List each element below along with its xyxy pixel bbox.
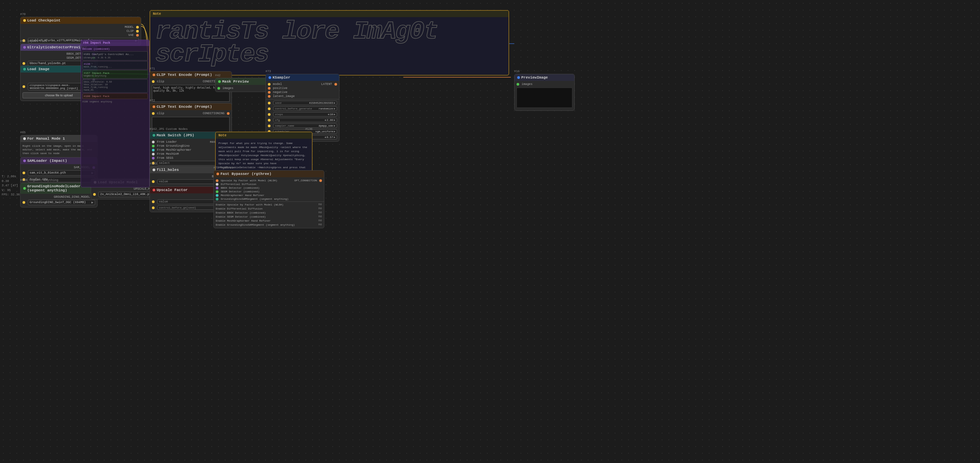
fast-bypasser-grounding-row: GroundingDinoSAMSegment (segment anythin… [214, 197, 324, 201]
fast-bypasser-sep [214, 201, 324, 202]
ksampler-steps-input[interactable]: steps ◀ 10 ▶ [273, 112, 337, 116]
fast-bypasser-mesh-label: MeshGraphormer Hand Refiner [221, 194, 264, 197]
sam-loader-title: SAMLoader (Impact) [27, 159, 67, 163]
ksampler-cfg-input[interactable]: cfg ◀ 2.00 ▶ [273, 118, 337, 122]
clip-encode-pos-wrapper: #71 CLIP Text Encode (Prompt) clip CONDI… [150, 67, 155, 71]
fast-bypasser-toggle-6-val: no [318, 223, 322, 226]
mask-preview-wrapper: #42 Mask Preview images [215, 74, 221, 78]
impact-pack-subnode5-title: #190 Impact Pack [84, 95, 146, 98]
fast-bypasser-mesh-port [216, 194, 218, 197]
fast-bypasser-upscale-row: Upscale by Factor with Model (WLSH) OPT_… [214, 179, 324, 182]
mask-switch-dot [153, 134, 155, 136]
fast-bypasser-upscale-port [216, 179, 218, 182]
preview-image-dot [517, 76, 520, 79]
mask-switch-from-meshsam-label: From MeshSAM [157, 152, 179, 156]
ultralytics-dot [23, 46, 26, 49]
ksampler-neg-port [268, 91, 270, 94]
for-manual-id: #65 [20, 131, 25, 134]
load-checkpoint-title: Load Checkpoint [27, 19, 60, 22]
preview-image-images-label: images [522, 82, 532, 86]
fast-bypasser-bbox-label: BBOX Detector (combined) [221, 186, 259, 189]
ksampler-sampler-val: dpmpp_sde [318, 124, 333, 127]
fast-bypasser-toggle-4-val: no [318, 215, 322, 218]
ksampler-seed-val: 415045261391593 [309, 101, 333, 105]
preview-image-wrapper: #16 PreviewImage images [514, 70, 520, 74]
for-manual-wrapper: #65 For Manual Mode 1 Right click on the… [20, 131, 25, 135]
mask-preview-images-port [218, 87, 220, 90]
ksampler-control-port [268, 108, 270, 110]
grounding-dino-model-value: GroundingDINO_SwinT_OGC (694MB) [30, 201, 91, 204]
load-image-title: Load Image [27, 67, 49, 71]
fast-bypasser-toggle-1-val: no [318, 203, 322, 206]
ksampler-denoise-left: ◀ [324, 136, 326, 139]
note-main-body: rantisTs lore ImAg0t scrIptes [150, 17, 509, 69]
upscale-factor-label: value [159, 200, 168, 203]
ksampler-cfg-lbl: cfg [275, 119, 280, 122]
fast-bypasser-upscale-label: Upscale by Factor with Model (WLSH) [221, 179, 277, 182]
impact-pack-subnode2-title: #130 [84, 62, 146, 65]
fast-bypasser-toggle-4-label: Enable SEGM Detector (combined) [216, 215, 266, 218]
stat-v3: V: 95 [2, 189, 20, 193]
mask-preview-id: #42 [215, 74, 221, 77]
ksampler-control-val: randomize [318, 107, 333, 110]
impact-pack-subnode1-title: #161 ComfyUI's ControlNet As... [84, 53, 146, 56]
ksampler-steps-left: ◀ [328, 113, 329, 116]
ksampler-steps-lbl: steps [275, 113, 283, 116]
impact-pack-subnode4: bbox_threshold: 0.50 bbox_dilation: 10 m… [82, 79, 148, 93]
preview-image-body: images [514, 81, 574, 111]
impact-pack-subnode3-title: #167 Impact Pack [84, 71, 146, 75]
impact-pack-body: Decode (combined) #161 ComfyUI's Control… [81, 46, 149, 105]
load-image-dot [23, 68, 26, 70]
fast-bypasser-grounding-label: GroundingDinoSAMSegment (segment anythin… [221, 197, 289, 200]
fast-bypasser-toggle-1: Enable Upscale by Factor with Model (WLS… [214, 203, 324, 206]
ksampler-pos-label: positive [273, 87, 287, 90]
ksampler-neg-row: negative [266, 90, 339, 94]
load-image-filepath-text: clipspace/clipspace-mask-903936739.90000… [30, 84, 78, 90]
fill-holes-dot [153, 168, 155, 171]
clip-encode-neg-clip-label: clip [157, 112, 164, 115]
clip-encode-neg-header: CLIP Text Encode (Prompt) [150, 103, 232, 110]
preview-image-preview-area [517, 88, 572, 108]
ultralytics-title: UltralyticsDetectorProvider [27, 45, 87, 49]
ksampler-scheduler-val: sgm_uniform [315, 130, 333, 133]
ksampler-seed-input[interactable]: seed 415045261391593 ▶ [273, 101, 337, 105]
impact-pack-header: #94 Impact Pack [81, 40, 149, 46]
impact-pack-subnode3-content: segment anything [84, 75, 146, 77]
ksampler-sampler-lbl: sampler_name [275, 124, 294, 127]
grounding-dino-model-input[interactable]: GroundingDINO_SwinT_OGC (694MB) ▶ [28, 200, 95, 205]
fast-bypasser-diffdiff-row: Differential Diffusion [214, 182, 324, 186]
load-image-file-port [22, 85, 25, 88]
impact-pack-values: bbox_threshold: 0.50 bbox_dilation: 10 m… [84, 81, 146, 91]
load-checkpoint-clip-port [136, 30, 139, 33]
mask-switch-from-meshsam-port [152, 153, 154, 155]
grounding-dino-body: GROUNDING_DINO_MODEL GroundingDINO_SwinT… [21, 194, 97, 207]
ksampler-output-port [334, 83, 337, 86]
ksampler-cfg-val: 2.00 [327, 119, 333, 122]
mask-switch-from-segs-label: From SEGS [157, 157, 173, 160]
note-main: Note rantisTs lore ImAg0t scrIptes [150, 10, 509, 76]
note-secondary-title: Note [218, 134, 226, 137]
stat-t: T: 2.00s [2, 174, 20, 179]
stat-v1: 0.38 [2, 179, 20, 184]
load-checkpoint-id: #70 [20, 13, 25, 16]
ksampler-dot [269, 76, 271, 79]
load-checkpoint-header: Load Checkpoint [21, 17, 141, 24]
impact-pack-val3: mask_from_running [84, 86, 146, 89]
ksampler-control-lbl: control_before_generate [275, 107, 312, 110]
fast-bypasser-toggle-5: Enable MeshGraphormer Hand Refiner no [214, 219, 324, 223]
note-main-header: Note [150, 11, 509, 17]
fill-holes-id: #193 [150, 162, 157, 165]
ksampler-wrapper: #73 KSampler model LATENT positive [266, 70, 271, 74]
fast-bypasser-toggle-2-label: Enable Differential Diffusion [216, 207, 262, 210]
mask-switch-from-dino-port [152, 145, 154, 147]
load-checkpoint-model-port [136, 26, 139, 29]
fast-bypasser-toggle-3-label: Enable BBOX Detector (combined) [216, 211, 266, 214]
load-checkpoint-vae-label: VAE [128, 33, 134, 37]
ksampler-seed-lbl: seed [275, 101, 281, 105]
grounding-dino-dot [23, 187, 26, 190]
mask-switch-id: #162_JPS Custom Nodes [150, 128, 188, 131]
ksampler-control-input[interactable]: control_before_generate randomize ▶ [273, 106, 337, 111]
ksampler-pos-row: positive [266, 86, 339, 90]
mask-switch-select-label: select [159, 162, 221, 165]
impact-pack-sliders: strength: 0.35 0.35 [84, 56, 146, 59]
